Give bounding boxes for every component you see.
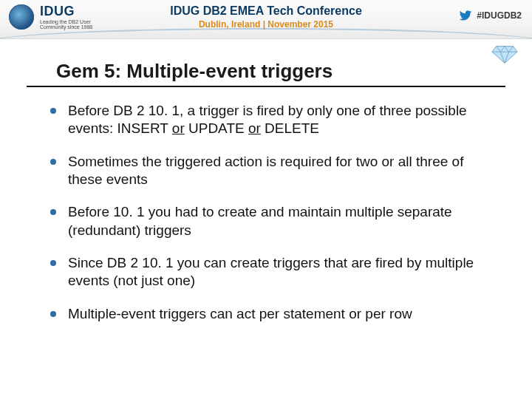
- bullet-text: Since DB 2 10. 1 you can create triggers…: [68, 255, 474, 288]
- bullet-text: Sometimes the triggered action is requir…: [68, 154, 463, 187]
- conference-block: IDUG DB2 EMEA Tech Conference Dublin, Ir…: [0, 4, 532, 30]
- list-item: Multiple-event triggers can act per stat…: [50, 298, 488, 330]
- underline-text: or: [248, 120, 261, 136]
- bullet-text: UPDATE: [185, 120, 248, 136]
- svg-marker-0: [492, 47, 517, 64]
- hashtag-block: #IDUGDB2: [459, 9, 522, 22]
- list-item: Before 10. 1 you had to create and maint…: [50, 196, 488, 247]
- slide-title: Gem 5: Multiple-event triggers: [27, 39, 505, 87]
- twitter-icon: [459, 9, 472, 22]
- header-wave-decoration: [0, 28, 532, 38]
- slide-body: Before DB 2 10. 1, a trigger is fired by…: [0, 87, 532, 330]
- header-bar: IDUG Leading the DB2 User Community sinc…: [0, 0, 532, 39]
- hashtag-text: #IDUGDB2: [477, 10, 522, 21]
- bullet-list: Before DB 2 10. 1, a trigger is fired by…: [50, 95, 488, 330]
- bullet-text: Before 10. 1 you had to create and maint…: [68, 204, 452, 237]
- slide: IDUG Leading the DB2 User Community sinc…: [0, 0, 532, 399]
- bullet-text: DELETE: [261, 120, 319, 136]
- list-item: Sometimes the triggered action is requir…: [50, 146, 488, 197]
- conference-title: IDUG DB2 EMEA Tech Conference: [0, 4, 532, 18]
- list-item: Since DB 2 10. 1 you can create triggers…: [50, 247, 488, 298]
- list-item: Before DB 2 10. 1, a trigger is fired by…: [50, 95, 488, 146]
- gem-icon: [491, 44, 519, 65]
- underline-text: or: [172, 120, 185, 136]
- bullet-text: Multiple-event triggers can act per stat…: [68, 306, 412, 321]
